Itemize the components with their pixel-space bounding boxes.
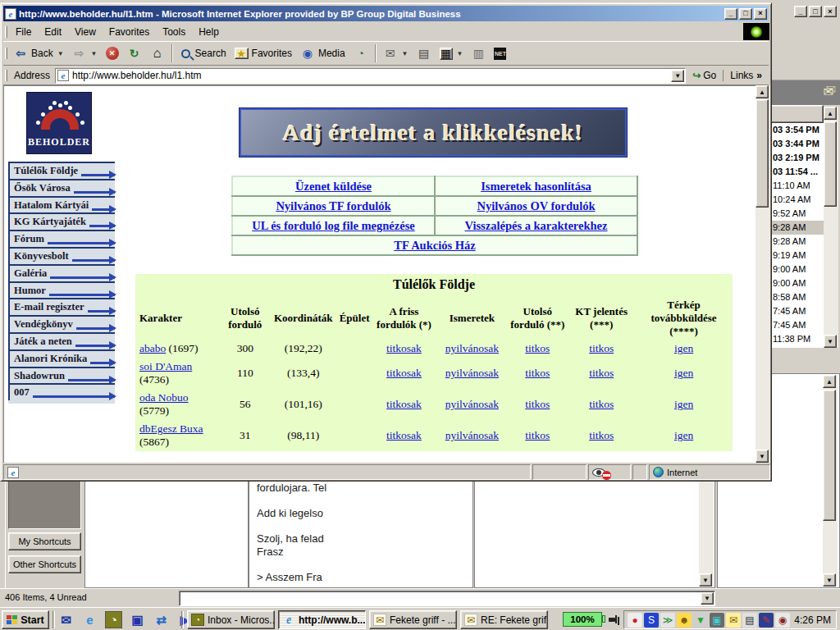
link-fresh[interactable]: titkosak: [386, 367, 422, 379]
upload-icon[interactable]: ▼: [693, 613, 708, 628]
nav-item[interactable]: Vendégkönyv: [8, 315, 115, 332]
link-last[interactable]: titkos: [525, 398, 550, 410]
battery-indicator[interactable]: 100%: [563, 612, 602, 627]
link-know[interactable]: nyilvánosak: [445, 367, 499, 379]
link-map[interactable]: igen: [674, 398, 693, 410]
nav-item[interactable]: 007: [8, 383, 115, 400]
link-map[interactable]: igen: [674, 342, 693, 354]
scroll-up-icon[interactable]: ▲: [824, 107, 837, 120]
address-input[interactable]: [72, 70, 668, 81]
monitor-icon[interactable]: ▣: [710, 613, 724, 628]
home-button[interactable]: ⌂: [146, 43, 169, 63]
mail-list-item[interactable]: 11:38 PM: [770, 332, 824, 346]
mail-list-item[interactable]: 7:45 AM: [770, 304, 824, 318]
edit-button[interactable]: ▦▼: [436, 45, 468, 62]
link-fresh[interactable]: titkosak: [386, 429, 422, 441]
mail-list-column-header[interactable]: [769, 105, 824, 123]
link-map[interactable]: igen: [674, 367, 693, 379]
link-know[interactable]: nyilvánosak: [445, 429, 499, 441]
outlook-close-button[interactable]: ×: [824, 6, 837, 17]
mail-list-item[interactable]: 9:00 AM: [770, 276, 824, 290]
scroll-down-icon[interactable]: ▼: [823, 573, 836, 587]
quick-link-ul-log[interactable]: UL és forduló log file megnézése: [252, 219, 415, 232]
scroll-up-icon[interactable]: ▲: [756, 85, 769, 98]
mail-list-item[interactable]: 03 2:19 PM: [770, 151, 824, 165]
mail-list-item[interactable]: 11:10 AM: [770, 179, 824, 193]
edit-dropdown-icon[interactable]: ▼: [457, 50, 463, 57]
mail-list-item[interactable]: 03 11:54 ...: [770, 165, 824, 179]
link-last[interactable]: titkos: [525, 367, 550, 379]
nav-item[interactable]: Fórum: [8, 230, 115, 247]
tray-envelope-icon[interactable]: ✉: [726, 613, 741, 628]
favorites-button[interactable]: ★Favorites: [231, 45, 296, 62]
scrollbar-thumb[interactable]: [823, 390, 836, 521]
ie-icon[interactable]: e: [81, 611, 98, 628]
nav-item[interactable]: Hatalom Kártyái: [8, 196, 115, 213]
outlook-icon[interactable]: ◔: [105, 611, 122, 628]
nav-item[interactable]: Ősök Városa: [8, 179, 115, 196]
menu-favorites[interactable]: Favorites: [103, 25, 156, 39]
taskbar-task-mail[interactable]: ✉RE: Fekete grif...: [460, 610, 548, 629]
other-shortcuts-button[interactable]: Other Shortcuts: [8, 555, 81, 573]
toolbar-grip[interactable]: [5, 70, 7, 81]
nav-item[interactable]: Alanori Krónika: [8, 349, 115, 367]
menu-help[interactable]: Help: [192, 25, 226, 39]
dropdown-arrow-icon[interactable]: ▼: [701, 592, 714, 605]
character-link[interactable]: ababo: [139, 342, 166, 354]
forward-dropdown-icon[interactable]: ▼: [91, 50, 98, 57]
mail-list-item[interactable]: 10:24 AM: [770, 193, 824, 207]
quick-link-ov-fordulok[interactable]: Nyilvános OV fordulók: [477, 199, 596, 212]
toolbar-grip[interactable]: [5, 48, 7, 59]
character-link[interactable]: soi D'Aman: [139, 360, 192, 372]
nav-item[interactable]: Humor: [8, 281, 115, 299]
link-map[interactable]: igen: [674, 429, 693, 441]
mail-list-item[interactable]: 9:19 AM: [770, 249, 824, 262]
my-shortcuts-button[interactable]: My Shortcuts: [8, 532, 81, 550]
mail-button[interactable]: ✉▼: [379, 43, 413, 63]
outlook-restore-button[interactable]: □: [809, 6, 822, 17]
print-button[interactable]: ▤: [413, 43, 436, 63]
scroll-down-icon[interactable]: ▼: [824, 335, 837, 348]
ie-vertical-scrollbar[interactable]: ▲ ▼: [756, 85, 770, 463]
go-button[interactable]: ↪Go: [686, 70, 723, 81]
mail-list-item[interactable]: 03 3:44 PM: [770, 137, 824, 151]
reading-pane-right-scrollbar[interactable]: ▲ ▼: [823, 375, 838, 587]
arrows-icon[interactable]: ≫: [660, 613, 675, 628]
ie-titlebar[interactable]: e http://www.beholder.hu/l1.htm - Micros…: [3, 6, 769, 21]
scroll-down-icon[interactable]: ▼: [756, 450, 769, 463]
s-app-icon[interactable]: S: [644, 613, 659, 628]
mail-list-item[interactable]: 7:45 AM: [770, 318, 824, 332]
ad-banner[interactable]: Adj értelmet a klikkelésnek!: [240, 108, 627, 157]
mail-list-item[interactable]: 8:58 AM: [770, 290, 824, 304]
mail-list-item[interactable]: 9:28 AM: [770, 235, 824, 249]
character-link[interactable]: dbEgesz Buxa: [139, 422, 203, 435]
magnifier-icon[interactable]: ◉: [775, 613, 790, 628]
minimize-button[interactable]: _: [724, 8, 737, 20]
mail-list-item[interactable]: 9:28 AM: [770, 221, 824, 235]
close-button[interactable]: ×: [754, 8, 767, 20]
taskbar-task-outlook[interactable]: ◔Inbox - Micros...: [187, 610, 275, 629]
beholder-logo[interactable]: BEHOLDER: [26, 92, 92, 154]
floppy-icon[interactable]: ▣: [129, 611, 146, 628]
nav-item[interactable]: Galéria: [8, 264, 115, 281]
character-link[interactable]: oda Nobuo: [139, 391, 189, 404]
link-kt[interactable]: titkos: [589, 367, 614, 379]
outlook-minimize-button[interactable]: _: [794, 6, 807, 17]
stop-button[interactable]: ✕: [102, 44, 123, 62]
quick-link-tf-fordulok[interactable]: Nyilvános TF fordulók: [276, 199, 390, 212]
maximize-button[interactable]: □: [739, 8, 752, 20]
quick-link-uzenet[interactable]: Üzenet küldése: [295, 180, 372, 193]
menu-view[interactable]: View: [68, 25, 103, 39]
scroll-down-icon[interactable]: ▼: [699, 573, 712, 587]
printer-icon[interactable]: ▤: [742, 613, 757, 628]
back-button[interactable]: ⇦Back▼: [9, 43, 68, 63]
link-know[interactable]: nyilvánosak: [445, 398, 499, 410]
scrollbar-thumb[interactable]: [824, 121, 837, 207]
forward-button[interactable]: ⇨▼: [68, 43, 102, 63]
link-kt[interactable]: titkos: [589, 342, 614, 354]
sync-icon[interactable]: ⇄: [153, 611, 170, 628]
link-kt[interactable]: titkos: [589, 429, 614, 441]
links-toolbar[interactable]: Links»: [723, 70, 769, 81]
quick-link-visszalepes[interactable]: Visszalépés a karakterekhez: [465, 219, 608, 232]
nav-item[interactable]: Könyvesbolt: [8, 247, 115, 264]
